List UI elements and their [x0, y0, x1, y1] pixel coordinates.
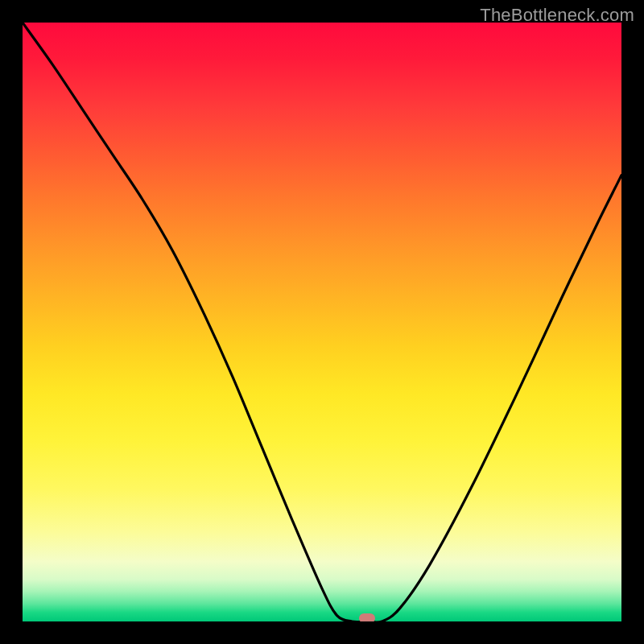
- optimal-point-marker: [359, 613, 375, 621]
- plot-area: [23, 23, 621, 621]
- chart-frame: TheBottleneck.com: [0, 0, 644, 644]
- bottleneck-curve: [23, 23, 621, 621]
- watermark-text: TheBottleneck.com: [480, 5, 634, 26]
